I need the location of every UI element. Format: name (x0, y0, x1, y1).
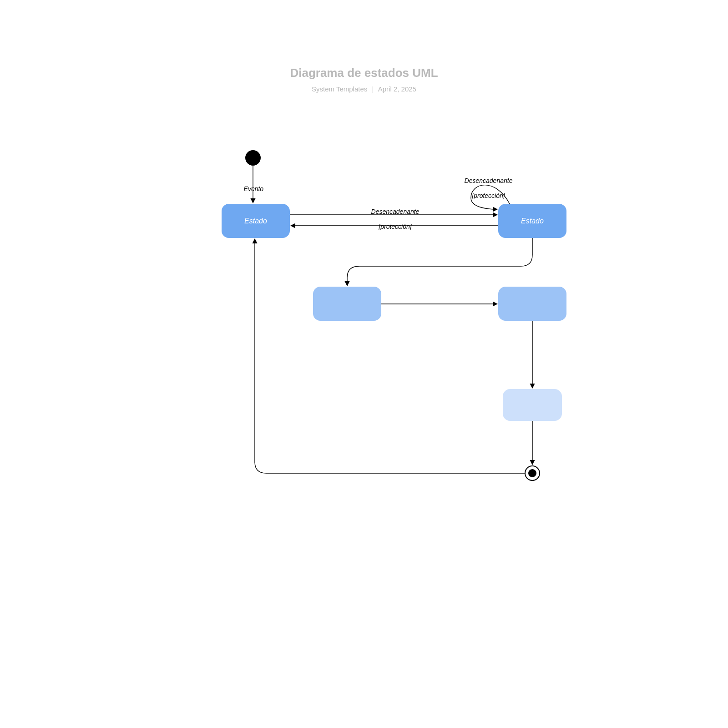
diagram-header: Diagrama de estados UML System Templates… (0, 66, 728, 93)
state-node-s2[interactable]: Estado (498, 204, 566, 238)
edge-label-s1-s2: Desencadenante [protección] (364, 200, 419, 238)
initial-state-node[interactable] (245, 150, 261, 166)
edge-label-text: Desencadenante (371, 208, 420, 215)
state-node-s4[interactable] (498, 287, 566, 321)
diagram-canvas: Diagrama de estados UML System Templates… (0, 0, 728, 728)
state-node-s1[interactable]: Estado (222, 204, 290, 238)
title-divider (266, 83, 462, 83)
edge-label-text: Evento (244, 185, 264, 192)
diagram-title: Diagrama de estados UML (0, 66, 728, 80)
edge-label-evento: Evento (237, 177, 263, 200)
state-label: Estado (521, 217, 544, 225)
edge-label-text: Desencadenante (465, 177, 513, 184)
edge-label-selfloop: Desencadenante [protección] (457, 169, 512, 207)
state-label: Estado (244, 217, 267, 225)
edges-layer (0, 0, 728, 728)
diagram-subtitle: System Templates | April 2, 2025 (0, 85, 728, 93)
diagram-author: System Templates (312, 85, 367, 93)
diagram-date: April 2, 2025 (378, 85, 416, 93)
edge-guard-text: [protección] (472, 192, 505, 199)
final-state-node[interactable] (525, 465, 540, 481)
subtitle-separator: | (372, 85, 374, 93)
edge-s2-s3 (347, 238, 532, 286)
state-node-s5[interactable] (503, 389, 562, 421)
state-node-s3[interactable] (313, 287, 381, 321)
edge-final-s1 (255, 239, 525, 473)
edge-guard-text: [protección] (379, 223, 411, 230)
